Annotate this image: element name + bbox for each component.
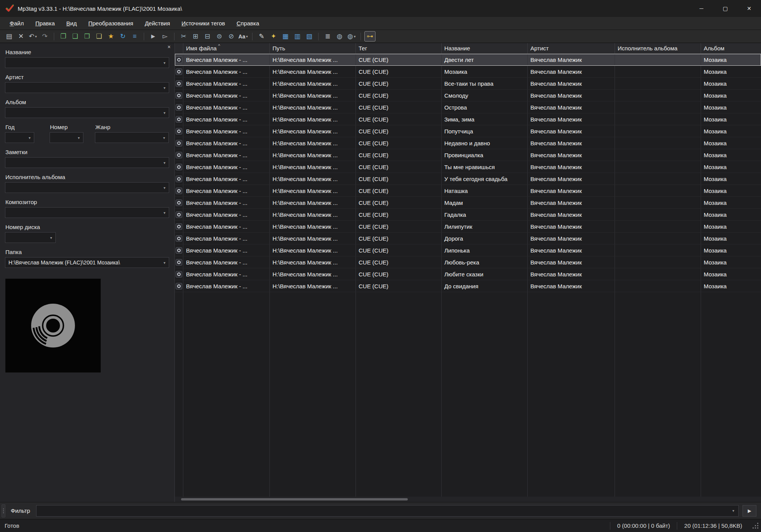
- filter-key-icon[interactable]: ⊶: [364, 31, 376, 42]
- table-row[interactable]: Вячеслав Малежик - ... H:\Вячеслав Малеж…: [175, 185, 761, 197]
- convert-filename-tag-icon[interactable]: ❑: [70, 31, 81, 42]
- refresh-icon[interactable]: ↻: [117, 31, 128, 42]
- table-row[interactable]: Вячеслав Малежик - ... H:\Вячеслав Малеж…: [175, 90, 761, 101]
- menu-item-edit[interactable]: Правка: [30, 18, 61, 28]
- dropdown-caret-icon[interactable]: ▾: [35, 35, 37, 38]
- resize-grip[interactable]: [751, 522, 760, 530]
- header-artist[interactable]: Артист: [528, 43, 615, 53]
- composer-input[interactable]: [5, 209, 160, 216]
- menu-item-help[interactable]: Справка: [231, 18, 265, 28]
- tag-paste-icon[interactable]: ⊟: [202, 31, 213, 42]
- header-icon-column[interactable]: [175, 43, 183, 53]
- filter-input[interactable]: [37, 508, 728, 514]
- menu-item-convert[interactable]: Преобразования: [83, 18, 139, 28]
- convert-filename-filename-icon[interactable]: ❒: [81, 31, 93, 42]
- panel-close-icon[interactable]: ×: [168, 44, 171, 50]
- year-input[interactable]: [5, 135, 25, 141]
- chevron-down-icon[interactable]: ▾: [25, 136, 34, 140]
- redo-icon[interactable]: ↷: [39, 31, 50, 42]
- track-input[interactable]: [50, 135, 75, 141]
- chevron-down-icon[interactable]: ▾: [47, 236, 55, 240]
- table-empty-area: [175, 292, 761, 497]
- table-row[interactable]: Вячеслав Малежик - ... H:\Вячеслав Малеж…: [175, 197, 761, 209]
- playlist-icon[interactable]: ≡: [129, 31, 140, 42]
- menu-item-actions[interactable]: Действия: [139, 18, 176, 28]
- discnumber-input[interactable]: [5, 234, 47, 241]
- undo-icon[interactable]: ↶▾: [27, 31, 38, 42]
- table-row[interactable]: Вячеслав Малежик - ... H:\Вячеслав Малеж…: [175, 78, 761, 90]
- convert-textfile-tag-icon[interactable]: ❏: [93, 31, 105, 42]
- chevron-down-icon[interactable]: ▾: [160, 61, 169, 65]
- remove-tag-icon[interactable]: ✕: [15, 31, 27, 42]
- header-path[interactable]: Путь: [270, 43, 356, 53]
- online-options-icon[interactable]: ◍▾: [346, 31, 357, 42]
- maximize-button[interactable]: ▢: [713, 0, 737, 17]
- chevron-down-icon[interactable]: ▾: [160, 161, 169, 165]
- chevron-down-icon[interactable]: ▾: [728, 509, 738, 513]
- table-row[interactable]: Вячеслав Малежик - ... H:\Вячеслав Малеж…: [175, 113, 761, 125]
- table-row[interactable]: Вячеслав Малежик - ... H:\Вячеслав Малеж…: [175, 280, 761, 292]
- chevron-down-icon[interactable]: ▾: [160, 211, 169, 215]
- tag-cut-icon[interactable]: ✂: [178, 31, 189, 42]
- cover-art-icon[interactable]: ▧: [304, 31, 315, 42]
- play-icon[interactable]: ►: [148, 31, 159, 42]
- header-album[interactable]: Альбом: [701, 43, 761, 53]
- extended-tags-icon[interactable]: ✦: [268, 31, 279, 42]
- scrollbar-track[interactable]: [175, 497, 761, 502]
- save-tag-icon[interactable]: ▤: [3, 31, 15, 42]
- table-row[interactable]: Вячеслав Малежик - ... H:\Вячеслав Малеж…: [175, 149, 761, 161]
- tag-restore-icon[interactable]: ⊘: [226, 31, 237, 42]
- export-icon[interactable]: ▦: [280, 31, 291, 42]
- web-icon[interactable]: ◍: [334, 31, 345, 42]
- tag-copy-icon[interactable]: ⊞: [190, 31, 201, 42]
- header-title[interactable]: Название: [442, 43, 528, 53]
- tools-icon[interactable]: ≣: [322, 31, 333, 42]
- edit-tag-icon[interactable]: ✎: [256, 31, 267, 42]
- chevron-down-icon[interactable]: ▾: [160, 186, 169, 190]
- web-sources-icon[interactable]: ▥: [292, 31, 303, 42]
- dropdown-caret-icon[interactable]: ▾: [354, 35, 356, 38]
- artist-input[interactable]: [5, 85, 160, 91]
- comment-input[interactable]: [5, 160, 160, 166]
- table-row[interactable]: Вячеслав Малежик - ... H:\Вячеслав Малеж…: [175, 125, 761, 137]
- close-button[interactable]: ✕: [737, 0, 761, 17]
- convert-tag-filename-icon[interactable]: ❐: [58, 31, 69, 42]
- table-row[interactable]: Вячеслав Малежик - ... H:\Вячеслав Малеж…: [175, 209, 761, 221]
- table-row[interactable]: Вячеслав Малежик - ... H:\Вячеслав Малеж…: [175, 173, 761, 185]
- header-album-artist[interactable]: Исполнитель альбома: [615, 43, 701, 53]
- table-row[interactable]: Вячеслав Малежик - ... H:\Вячеслав Малеж…: [175, 221, 761, 233]
- scrollbar-thumb[interactable]: [181, 498, 408, 500]
- album-art-box[interactable]: [5, 279, 101, 372]
- table-row[interactable]: Вячеслав Малежик - ... H:\Вячеслав Малеж…: [175, 256, 761, 268]
- tag-paste-merge-icon[interactable]: ⊜: [214, 31, 225, 42]
- table-row[interactable]: Вячеслав Малежик - ... H:\Вячеслав Малеж…: [175, 137, 761, 149]
- minimize-button[interactable]: ─: [690, 0, 713, 17]
- actions-icon[interactable]: ★: [105, 31, 116, 42]
- table-row[interactable]: Вячеслав Малежик - ... H:\Вячеслав Малеж…: [175, 233, 761, 244]
- albumartist-input[interactable]: [5, 185, 160, 191]
- genre-input[interactable]: [95, 135, 160, 141]
- menu-item-view[interactable]: Вид: [61, 18, 83, 28]
- table-row[interactable]: Вячеслав Малежик - ... H:\Вячеслав Малеж…: [175, 244, 761, 256]
- chevron-down-icon[interactable]: ▾: [160, 111, 169, 115]
- play-selected-icon[interactable]: ▻: [160, 31, 171, 42]
- menu-item-tag-sources[interactable]: Источники тегов: [176, 18, 231, 28]
- header-tag[interactable]: Тег: [356, 43, 442, 53]
- directory-input[interactable]: [5, 259, 160, 266]
- dropdown-caret-icon[interactable]: ▾: [246, 35, 248, 38]
- header-filename[interactable]: Имя файла^: [183, 43, 270, 53]
- chevron-down-icon[interactable]: ▾: [75, 136, 83, 140]
- chevron-down-icon[interactable]: ▾: [160, 86, 169, 90]
- table-row[interactable]: Вячеслав Малежик - ... H:\Вячеслав Малеж…: [175, 66, 761, 78]
- chevron-down-icon[interactable]: ▾: [160, 261, 169, 265]
- chevron-down-icon[interactable]: ▾: [160, 136, 168, 140]
- album-input[interactable]: [5, 110, 160, 116]
- filter-run-button[interactable]: ▶: [743, 505, 756, 517]
- table-row[interactable]: Вячеслав Малежик - ... H:\Вячеслав Малеж…: [175, 161, 761, 173]
- table-row[interactable]: Вячеслав Малежик - ... H:\Вячеслав Малеж…: [175, 54, 761, 66]
- table-row[interactable]: Вячеслав Малежик - ... H:\Вячеслав Малеж…: [175, 268, 761, 280]
- menu-item-file[interactable]: Файл: [4, 18, 30, 28]
- title-input[interactable]: [5, 60, 160, 66]
- case-conversion-icon[interactable]: Aa▾: [238, 31, 249, 42]
- table-row[interactable]: Вячеслав Малежик - ... H:\Вячеслав Малеж…: [175, 101, 761, 113]
